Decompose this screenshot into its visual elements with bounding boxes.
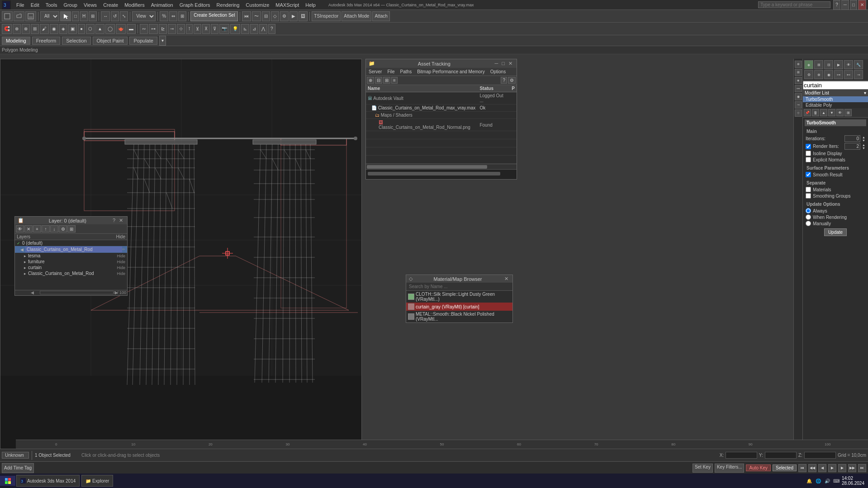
asset-maximize[interactable]: □ xyxy=(500,61,506,66)
iterations-input[interactable] xyxy=(844,135,860,142)
tb2-brush[interactable]: ◉ xyxy=(50,24,58,34)
tb2-question[interactable]: ? xyxy=(268,24,275,34)
tb-curve[interactable]: 〜 xyxy=(252,11,261,21)
layers-progress-btn-left[interactable]: ◀ xyxy=(31,290,34,295)
tb2-sys[interactable]: ⊸ xyxy=(168,24,176,34)
asset-scroll-thumb[interactable] xyxy=(367,165,487,169)
asset-col-name[interactable]: Name xyxy=(366,85,478,92)
mc-up[interactable]: ▲ xyxy=(820,109,827,116)
tb2-box[interactable]: ▣ xyxy=(68,24,77,34)
tb2-plane[interactable]: ▬ xyxy=(127,24,136,34)
mc-show[interactable]: 👁 xyxy=(836,109,844,116)
sys-icon-1[interactable]: 🔔 xyxy=(806,477,813,484)
tb-move[interactable]: ↔ xyxy=(101,11,110,21)
r-icon-utility[interactable]: 🔧 xyxy=(854,60,863,69)
layers-help[interactable]: ? xyxy=(111,218,117,223)
material-close[interactable]: ✕ xyxy=(503,276,510,282)
tb-open[interactable] xyxy=(14,11,24,21)
z-input[interactable] xyxy=(804,452,836,459)
tb2-sphere[interactable]: ● xyxy=(78,24,85,34)
menu-rendering[interactable]: Rendering xyxy=(214,1,242,9)
r-icon-hierarchy[interactable]: ⊟ xyxy=(824,60,833,69)
layer-item-5[interactable]: ▸ Classic_Curtains_on_Metal_Rod Hide xyxy=(15,270,127,276)
rs-icon-7[interactable]: ⊹ xyxy=(795,109,802,117)
help-btn1[interactable]: ? xyxy=(833,0,840,10)
modifier-list-dropdown[interactable]: ▾ xyxy=(864,90,866,95)
layers-progress-btn-right[interactable]: ▶ xyxy=(115,290,118,295)
tb-percent[interactable]: % xyxy=(160,11,168,21)
asset-menu-options[interactable]: Options xyxy=(488,68,508,76)
mc-pin[interactable]: 📌 xyxy=(804,109,811,116)
asset-menu-file[interactable]: File xyxy=(384,68,397,76)
max-btn[interactable]: □ xyxy=(850,0,857,10)
tb-select-rect[interactable]: □ xyxy=(72,11,79,21)
tab-freeform[interactable]: Freeform xyxy=(32,37,61,45)
asset-minimize[interactable]: ─ xyxy=(493,61,500,66)
r-icon-9[interactable]: ◉ xyxy=(824,70,833,79)
r-icon-motion[interactable]: ▶ xyxy=(834,60,843,69)
view-dropdown[interactable]: View xyxy=(132,11,156,21)
material-item-2[interactable]: METAL::Smooth::Black Nickel Polished (VR… xyxy=(406,311,512,322)
time-btn-next[interactable]: ▶ xyxy=(838,464,846,472)
menu-customize[interactable]: Customize xyxy=(243,1,272,9)
layer-item-1[interactable]: ◀ Classic_Curtains_on_Metal_Rod ✏ xyxy=(15,246,127,253)
isoline-checkbox[interactable] xyxy=(806,151,811,156)
rs-icon-6[interactable]: ⊸ xyxy=(795,101,802,109)
tab-populate[interactable]: Populate xyxy=(129,37,157,45)
asset-tb-help[interactable]: ? xyxy=(501,77,507,84)
time-btn-play[interactable]: ▶ xyxy=(828,464,836,472)
tb2-crowd[interactable]: ⊹ xyxy=(177,24,185,34)
rs-icon-1[interactable]: ⊕ xyxy=(795,61,802,68)
layer-tb-move[interactable]: ↑ xyxy=(42,225,50,232)
layer-tb-add[interactable]: + xyxy=(33,225,41,232)
tb2-teapot[interactable]: 🫖 xyxy=(116,24,126,34)
update-button[interactable]: Update xyxy=(824,228,847,236)
iterations-down[interactable]: ▼ xyxy=(862,139,865,142)
attach-mode-btn[interactable]: Attach Mode xyxy=(342,11,371,21)
material-item-0[interactable]: CLOTH::Silk Simple::Light Dusty Green (V… xyxy=(406,291,512,303)
tb2-particle[interactable]: ⊼ xyxy=(202,24,210,34)
asset-col-p[interactable]: P xyxy=(510,85,517,92)
asset-menu-server[interactable]: Server xyxy=(366,68,384,76)
render-iters-checkbox[interactable] xyxy=(806,144,811,149)
menu-create[interactable]: Create xyxy=(100,1,121,9)
tb2-torus[interactable]: ◯ xyxy=(105,24,115,34)
render-iters-input[interactable] xyxy=(844,143,860,150)
r-icon-10[interactable]: ⊶ xyxy=(834,70,843,79)
menu-maxscript[interactable]: MAXScript xyxy=(273,1,302,9)
rs-icon-2[interactable]: ⊞ xyxy=(795,69,802,76)
ts-inspector-btn[interactable]: TSInspector xyxy=(312,11,341,21)
layer-tb-eye[interactable]: 👁 xyxy=(16,225,24,232)
table-row[interactable]: 🏛 Autodesk Vault Logged Out ... xyxy=(366,92,517,104)
asset-tb-1[interactable]: ⊕ xyxy=(367,77,374,84)
smooth-result-checkbox[interactable] xyxy=(806,172,811,177)
tb2-bones[interactable]: ∾ xyxy=(140,24,148,34)
tb-select[interactable] xyxy=(60,11,71,21)
tab-selection[interactable]: Selection xyxy=(62,37,90,45)
key-filters-btn[interactable]: Key Filters... xyxy=(715,464,745,473)
help-search[interactable] xyxy=(758,1,830,8)
r-icon-12[interactable]: ⊸ xyxy=(854,70,863,79)
layer-tb-new[interactable]: ⊞ xyxy=(67,225,76,232)
explicit-normals-checkbox[interactable] xyxy=(806,157,811,162)
asset-scrollbar[interactable] xyxy=(366,164,517,169)
render-iters-down[interactable]: ▼ xyxy=(862,147,865,150)
menu-file[interactable]: File xyxy=(14,1,27,9)
menu-group[interactable]: Group xyxy=(61,1,80,9)
iterations-up[interactable]: ▲ xyxy=(862,136,865,139)
menu-tools[interactable]: Tools xyxy=(43,1,60,9)
mc-delete[interactable]: 🗑 xyxy=(812,109,819,116)
attach-btn[interactable]: Attach xyxy=(372,11,389,21)
tb-save[interactable] xyxy=(25,11,36,21)
modifier-search[interactable] xyxy=(803,81,868,90)
materials-checkbox[interactable] xyxy=(806,187,811,192)
tb2-cyl[interactable]: ⬡ xyxy=(86,24,95,34)
tb2-snap[interactable]: 🧲 xyxy=(2,24,12,34)
tb-material[interactable]: ◇ xyxy=(271,11,279,21)
sys-icon-3[interactable]: 🔊 xyxy=(824,477,831,484)
render-iters-up[interactable]: ▲ xyxy=(862,143,865,147)
r-icon-modify[interactable]: ⊞ xyxy=(814,60,823,69)
time-btn-prev[interactable]: ◀ xyxy=(818,464,826,472)
selected-badge[interactable]: Selected xyxy=(773,464,797,471)
time-btn-next-key[interactable]: ▶▶ xyxy=(848,464,856,472)
